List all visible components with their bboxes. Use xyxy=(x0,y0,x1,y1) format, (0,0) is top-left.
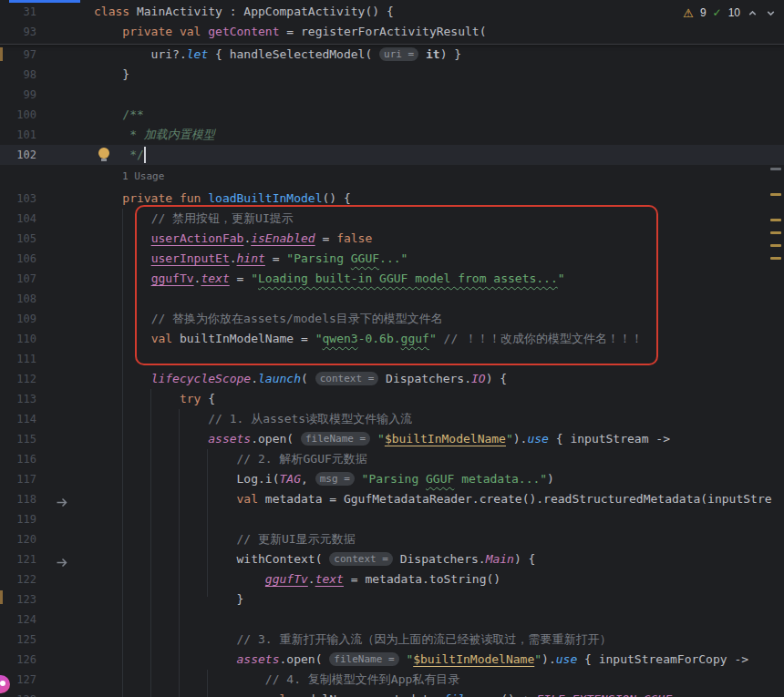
code-line[interactable]: 109 // 替换为你放在assets/models目录下的模型文件名 xyxy=(0,309,784,329)
code-line[interactable]: 31class MainActivity : AppCompatActivity… xyxy=(0,2,784,22)
code-text[interactable]: } xyxy=(94,65,129,85)
chevron-down-icon[interactable] xyxy=(765,7,777,19)
code-line[interactable]: 116 // 2. 解析GGUF元数据 xyxy=(0,449,784,469)
line-number[interactable]: 121 xyxy=(0,549,36,569)
code-line[interactable]: 101 * 加载内置模型 xyxy=(0,125,784,145)
line-number[interactable]: 113 xyxy=(0,389,36,409)
code-text[interactable]: val modelName = metadata.filename() + FI… xyxy=(94,690,672,697)
error-stripe-mark[interactable] xyxy=(770,193,781,196)
line-number[interactable]: 106 xyxy=(0,249,36,269)
line-number[interactable]: 99 xyxy=(0,85,36,105)
warning-icon[interactable]: ⚠ xyxy=(683,6,694,20)
code-line[interactable]: 97 uri?.let { handleSelectedModel( uri =… xyxy=(0,45,784,65)
error-stripe-mark[interactable] xyxy=(770,244,781,247)
line-number[interactable]: 102 xyxy=(0,145,36,165)
line-number[interactable]: 109 xyxy=(0,309,36,329)
line-number[interactable]: 122 xyxy=(0,569,36,589)
change-marker[interactable] xyxy=(0,47,3,61)
error-stripe-mark[interactable] xyxy=(770,168,781,170)
code-text[interactable]: ggufTv.text = "Loading built-in GGUF mod… xyxy=(94,269,565,289)
code-text[interactable]: // 禁用按钮，更新UI提示 xyxy=(94,209,294,229)
parameter-name-hint[interactable]: fileName = xyxy=(329,652,398,666)
chevron-up-icon[interactable] xyxy=(747,7,758,19)
code-line[interactable]: 123 } xyxy=(0,589,784,610)
inspections-widget[interactable]: ⚠ 9 ✓ 10 xyxy=(683,3,777,23)
code-line[interactable]: 108 xyxy=(0,289,784,309)
code-text[interactable]: Log.i(TAG, msg = "Parsing GGUF metadata.… xyxy=(94,469,554,489)
code-text[interactable]: } xyxy=(94,589,243,610)
code-line[interactable]: 117 Log.i(TAG, msg = "Parsing GGUF metad… xyxy=(0,469,784,489)
line-number[interactable]: 118 xyxy=(0,489,36,509)
code-text[interactable]: // 更新UI显示元数据 xyxy=(94,529,356,549)
code-line[interactable]: 121 withContext( context = Dispatchers.M… xyxy=(0,549,784,569)
code-line[interactable]: 102 */ xyxy=(0,145,784,165)
line-number[interactable]: 116 xyxy=(0,449,36,469)
line-number[interactable]: 119 xyxy=(0,509,36,529)
code-line[interactable]: 98 } xyxy=(0,65,784,85)
code-text[interactable]: val metadata = GgufMetadataReader.create… xyxy=(94,489,772,509)
code-line[interactable]: 107 ggufTv.text = "Loading built-in GGUF… xyxy=(0,269,784,289)
code-text[interactable]: assets.open( fileName = "$builtInModelNa… xyxy=(94,650,748,670)
parameter-name-hint[interactable]: uri = xyxy=(379,47,418,61)
line-number[interactable]: 111 xyxy=(0,349,36,369)
line-number[interactable]: 107 xyxy=(0,269,36,289)
line-number[interactable]: 105 xyxy=(0,229,36,249)
line-number[interactable]: 125 xyxy=(0,630,36,650)
code-line[interactable]: 122 ggufTv.text = metadata.toString() xyxy=(0,569,784,589)
code-line[interactable]: 104 // 禁用按钮，更新UI提示 xyxy=(0,209,784,229)
code-text[interactable]: assets.open( fileName = "$builtInModelNa… xyxy=(94,429,670,449)
line-number[interactable]: 31 xyxy=(0,2,36,22)
code-line[interactable]: 124 xyxy=(0,610,784,630)
success-check-icon[interactable]: ✓ xyxy=(713,6,722,19)
code-text[interactable]: // 4. 复制模型文件到App私有目录 xyxy=(94,670,459,690)
error-stripe-mark[interactable] xyxy=(770,231,781,234)
parameter-name-hint[interactable]: context = xyxy=(315,372,379,385)
error-stripe-mark[interactable] xyxy=(770,219,781,221)
line-number[interactable]: 112 xyxy=(0,369,36,389)
code-line[interactable]: 112 lifecycleScope.launch( context = Dis… xyxy=(0,369,784,389)
code-text[interactable]: // 3. 重新打开输入流（因为上面的流已经被读取过，需要重新打开） xyxy=(94,630,612,650)
code-content[interactable]: 97 uri?.let { handleSelectedModel( uri =… xyxy=(0,45,784,697)
code-text[interactable]: val builtInModelName = "qwen3-0.6b.gguf"… xyxy=(94,329,643,349)
line-number[interactable]: 126 xyxy=(0,650,36,670)
code-line[interactable]: 105 userActionFab.isEnabled = false xyxy=(0,229,784,249)
line-number[interactable]: 103 xyxy=(0,189,36,209)
code-text[interactable]: uri?.let { handleSelectedModel( uri = it… xyxy=(94,45,461,65)
line-number[interactable]: 98 xyxy=(0,65,36,85)
code-text[interactable]: /** xyxy=(94,105,144,125)
code-line[interactable]: 120 // 更新UI显示元数据 xyxy=(0,529,784,549)
code-line[interactable]: 106 userInputEt.hint = "Parsing GGUF..." xyxy=(0,249,784,269)
line-number[interactable]: 97 xyxy=(0,45,36,65)
code-line[interactable]: 115 assets.open( fileName = "$builtInMod… xyxy=(0,429,784,449)
line-number[interactable]: 110 xyxy=(0,329,36,349)
code-line[interactable]: 113 try { xyxy=(0,389,784,409)
line-number[interactable]: 123 xyxy=(0,589,36,610)
usages-hint[interactable]: 1 Usage xyxy=(94,165,164,189)
change-marker[interactable] xyxy=(0,590,3,604)
code-line[interactable]: 100 /** xyxy=(0,105,784,125)
line-number[interactable]: 115 xyxy=(0,429,36,449)
line-number[interactable]: 104 xyxy=(0,209,36,229)
line-number[interactable]: 93 xyxy=(0,22,36,42)
code-line[interactable]: 99 xyxy=(0,85,784,105)
code-text[interactable]: try { xyxy=(94,389,215,409)
code-line[interactable]: 125 // 3. 重新打开输入流（因为上面的流已经被读取过，需要重新打开） xyxy=(0,630,784,650)
code-line[interactable]: 114 // 1. 从assets读取模型文件输入流 xyxy=(0,409,784,429)
line-number[interactable]: 101 xyxy=(0,125,36,145)
code-text[interactable]: // 2. 解析GGUF元数据 xyxy=(94,449,367,469)
code-line[interactable]: 118 val metadata = GgufMetadataReader.cr… xyxy=(0,489,784,509)
code-line[interactable]: 103 private fun loadBuiltInModel() { xyxy=(0,189,784,209)
code-line[interactable]: 119 xyxy=(0,509,784,529)
error-stripe-mark[interactable] xyxy=(770,257,781,260)
code-text[interactable]: * 加载内置模型 xyxy=(94,125,215,145)
success-count[interactable]: 10 xyxy=(728,6,740,19)
usage-inlay-row[interactable]: 1 Usage xyxy=(0,165,784,189)
code-text[interactable]: lifecycleScope.launch( context = Dispatc… xyxy=(94,369,507,389)
code-line[interactable]: 93 private val getContent = registerForA… xyxy=(0,22,784,42)
code-text[interactable]: withContext( context = Dispatchers.Main)… xyxy=(94,549,535,569)
code-text[interactable]: // 替换为你放在assets/models目录下的模型文件名 xyxy=(94,309,443,329)
code-editor[interactable]: 97 uri?.let { handleSelectedModel( uri =… xyxy=(0,0,784,697)
code-text[interactable]: userInputEt.hint = "Parsing GGUF..." xyxy=(94,249,407,269)
code-text[interactable]: private val getContent = registerForActi… xyxy=(94,22,487,42)
line-number[interactable]: 117 xyxy=(0,469,36,489)
